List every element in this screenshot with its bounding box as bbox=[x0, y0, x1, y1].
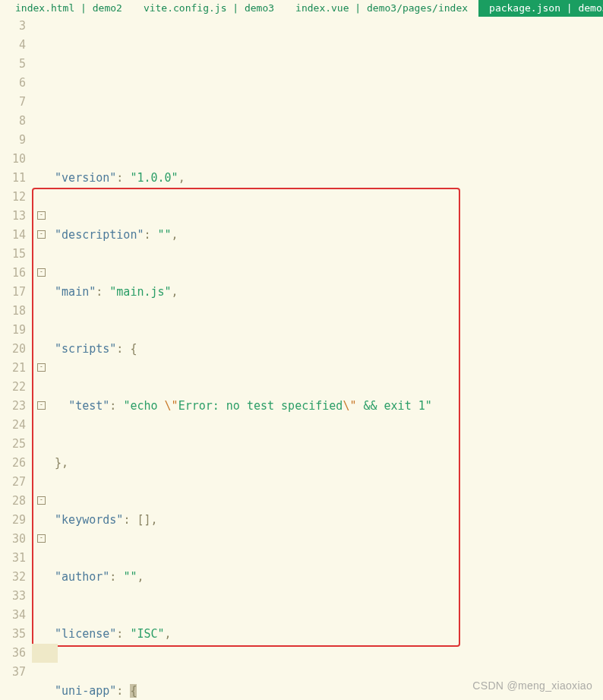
tab-index-html[interactable]: index.html | demo2 bbox=[5, 0, 133, 17]
tab-index-vue[interactable]: index.vue | demo3/pages/index bbox=[285, 0, 478, 17]
code-editor[interactable]: 3456789101112131415161718192021222324252… bbox=[0, 17, 603, 700]
folded-region-bar bbox=[32, 644, 58, 663]
fold-gutter: -------+ bbox=[27, 17, 38, 700]
tab-package-json[interactable]: package.json | demo3 bbox=[478, 0, 603, 17]
code-area[interactable]: "version": "1.0.0", "description": "", "… bbox=[38, 17, 432, 700]
line-number-gutter: 3456789101112131415161718192021222324252… bbox=[0, 17, 27, 700]
tab-vite-config[interactable]: vite.config.js | demo3 bbox=[133, 0, 285, 17]
editor-tabs: index.html | demo2 vite.config.js | demo… bbox=[0, 0, 603, 17]
